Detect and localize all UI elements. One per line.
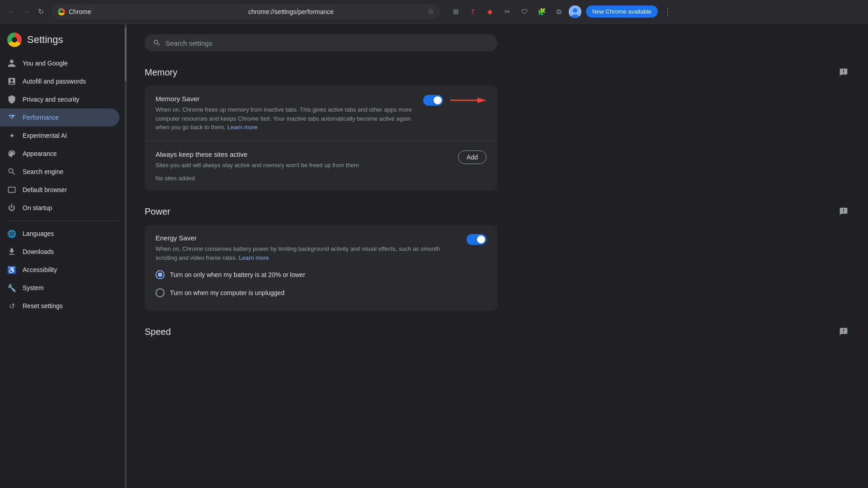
sidebar-label-appearance: Appearance [23,150,57,157]
extensions-icon[interactable]: 🧩 [534,5,549,19]
energy-saver-desc: When on, Chrome conserves battery power … [156,244,459,262]
memory-card: Memory Saver When on, Chrome frees up me… [145,86,497,191]
sidebar-item-default-browser[interactable]: Default browser [0,181,119,199]
memory-saver-learn-more[interactable]: Learn more [227,124,257,131]
address-bar[interactable]: Chrome chrome://settings/performance ☆ [52,4,440,19]
bookmark-icon[interactable]: ☆ [428,7,434,16]
sidebar-item-performance[interactable]: Performance [0,108,119,127]
settings-header: Settings [0,29,127,54]
energy-saver-radio-group: Turn on only when my battery is at 20% o… [156,266,486,302]
privacy-shield-icon [7,95,16,104]
energy-saver-toggle[interactable] [467,234,486,245]
energy-saver-section: Energy Saver When on, Chrome conserves b… [145,225,497,311]
memory-saver-toggle-knob [434,96,442,104]
appearance-icon [7,149,16,158]
sidebar-item-appearance[interactable]: Appearance [0,145,119,163]
sidebar-label-autofill: Autofill and passwords [23,78,86,85]
accessibility-icon: ♿ [7,265,16,274]
chrome-favicon [58,8,65,15]
memory-saver-toggle[interactable] [423,95,443,106]
always-keep-sites-section: Always keep these sites active Sites you… [145,141,497,191]
sidebar-label-system: System [23,284,44,291]
sidebar-item-accessibility[interactable]: ♿ Accessibility [0,261,119,279]
forward-button[interactable]: → [20,5,33,18]
scrollbar-thumb [125,27,127,81]
languages-icon: 🌐 [7,229,16,238]
nav-buttons: ← → ↻ [5,5,47,18]
downloads-icon [7,247,16,256]
power-title: Power [145,206,170,217]
sidebar-item-search-engine[interactable]: Search engine [0,163,119,181]
memory-saver-desc: When on, Chrome frees up memory from ina… [156,105,416,132]
browser-toolbar: ← → ↻ Chrome chrome://settings/performan… [0,0,868,23]
startup-icon: ⏻ [7,203,16,212]
main-layout: Settings You and Google Autofill and pas… [0,23,868,488]
shield-toolbar-icon[interactable]: 🛡 [517,5,532,19]
always-keep-desc: Sites you add will always stay active an… [156,161,359,170]
new-chrome-button[interactable]: New Chrome available [586,5,658,18]
sidebar-label-performance: Performance [23,114,59,121]
no-sites-text: No sites added [156,175,486,182]
radio-battery-20-label: Turn on only when my battery is at 20% o… [170,271,305,278]
radio-unplugged-circle [156,288,165,297]
red-arrow-icon [450,95,486,106]
sidebar-item-system[interactable]: 🔧 System [0,279,119,297]
sidebar-label-on-startup: On startup [23,204,52,211]
sidebar-label-you-and-google: You and Google [23,60,68,67]
scrollbar[interactable] [125,23,127,488]
split-icon[interactable]: ⧉ [552,5,566,19]
add-site-button[interactable]: Add [458,150,486,164]
energy-saver-header: Energy Saver When on, Chrome conserves b… [156,234,486,262]
speed-section-header: Speed [145,325,850,338]
back-button[interactable]: ← [5,5,18,18]
radio-battery-20[interactable]: Turn on only when my battery is at 20% o… [156,266,486,284]
chrome-menu-button[interactable]: ⋮ [660,5,675,19]
sidebar-item-on-startup[interactable]: ⏻ On startup [0,199,119,217]
search-bar[interactable] [145,34,497,52]
power-info-icon[interactable] [837,205,850,218]
sidebar-item-you-and-google[interactable]: You and Google [0,54,119,72]
performance-icon [7,113,16,122]
autofill-icon [7,77,16,86]
sidebar-label-search-engine: Search engine [23,168,63,175]
screenshot-icon[interactable]: ⊞ [448,5,463,19]
sidebar-label-accessibility: Accessibility [23,266,57,273]
refresh-button[interactable]: ↻ [34,5,47,18]
sidebar-label-languages: Languages [23,230,54,237]
sidebar-item-languages[interactable]: 🌐 Languages [0,225,119,243]
capture-icon[interactable]: ✂ [500,5,514,19]
system-icon: 🔧 [7,283,16,292]
address-label: Chrome [69,8,245,15]
save-icon[interactable]: ◆ [483,5,497,19]
sidebar-item-autofill[interactable]: Autofill and passwords [0,72,119,90]
sidebar-item-reset[interactable]: ↺ Reset settings [0,297,119,315]
search-input[interactable] [165,39,489,47]
search-icon [153,39,161,47]
sidebar-item-experimental-ai[interactable]: ✦ Experimental AI [0,127,119,145]
always-keep-text: Always keep these sites active Sites you… [156,150,359,170]
settings-title: Settings [27,34,63,46]
toolbar-icons: ⊞ T ◆ ✂ 🛡 🧩 ⧉ New Chrome available ⋮ [448,5,675,19]
svg-marker-4 [477,98,486,103]
sidebar-item-downloads[interactable]: Downloads [0,243,119,261]
speed-info-icon[interactable] [837,325,850,338]
energy-saver-text: Energy Saver When on, Chrome conserves b… [156,234,459,262]
sidebar-item-privacy[interactable]: Privacy and security [0,90,119,108]
energy-saver-toggle-knob [477,235,485,244]
radio-unplugged[interactable]: Turn on when my computer is unplugged [156,284,486,302]
profile-avatar[interactable] [569,5,581,18]
tp-icon[interactable]: T [466,5,480,19]
memory-info-icon[interactable] [837,66,850,79]
memory-title: Memory [145,67,177,78]
arrow-annotation [450,95,486,106]
energy-saver-learn-more[interactable]: Learn more [239,254,269,261]
person-icon [7,59,16,68]
content-area: Memory Memory Saver When on, Chrome free… [127,23,868,488]
radio-battery-20-circle [156,270,165,279]
always-keep-header: Always keep these sites active Sites you… [156,150,486,170]
memory-saver-header: Memory Saver When on, Chrome frees up me… [156,95,486,132]
address-url: chrome://settings/performance [248,8,424,15]
sidebar-label-default-browser: Default browser [23,186,67,193]
speed-title: Speed [145,327,171,337]
search-engine-icon [7,167,16,176]
